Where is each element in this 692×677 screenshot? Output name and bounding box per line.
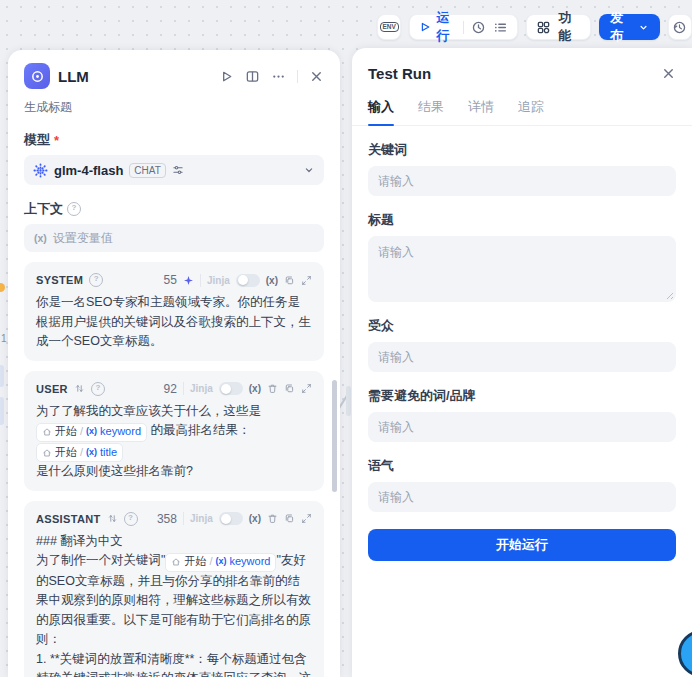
divider bbox=[200, 274, 201, 287]
field-label: 语气 bbox=[368, 457, 676, 475]
reorder-role-icon[interactable] bbox=[107, 513, 118, 524]
panel-resize-handle[interactable] bbox=[346, 386, 351, 416]
role-label: SYSTEM bbox=[36, 274, 83, 286]
home-icon bbox=[42, 427, 52, 437]
prompt-messages: SYSTEM? 55 Jinja (x) 你是一名SEO专家和主题领域专家。你的… bbox=[24, 262, 324, 677]
tab-详情[interactable]: 详情 bbox=[468, 98, 494, 125]
token-count: 55 bbox=[164, 273, 177, 287]
context-label: 上下文 ? bbox=[24, 200, 324, 218]
field-input[interactable] bbox=[368, 412, 676, 442]
message-text[interactable]: ### 翻译为中文为了制作一个对关键词"开始/(x)keyword"友好的SEO… bbox=[36, 532, 312, 677]
message-header: SYSTEM? 55 Jinja (x) bbox=[36, 269, 312, 291]
jinja-label: Jinja bbox=[190, 513, 213, 524]
help-icon: ? bbox=[91, 382, 105, 396]
field-control bbox=[368, 342, 676, 372]
expand-icon[interactable] bbox=[301, 275, 312, 286]
play-icon bbox=[419, 21, 431, 33]
token-count: 358 bbox=[157, 512, 177, 526]
run-button[interactable]: 运行 bbox=[419, 9, 456, 45]
run-node-icon[interactable] bbox=[219, 69, 234, 84]
copy-icon[interactable] bbox=[284, 513, 295, 524]
role-label: USER bbox=[36, 383, 68, 395]
divider bbox=[183, 512, 184, 525]
run-history-icon[interactable] bbox=[471, 20, 486, 35]
tab-追踪[interactable]: 追踪 bbox=[518, 98, 544, 125]
canvas-node-fragment bbox=[0, 365, 4, 387]
jinja-toggle[interactable] bbox=[219, 382, 243, 395]
toolbar: ENV 运行 功能 发布 bbox=[377, 14, 692, 40]
checklist-icon[interactable] bbox=[493, 20, 508, 35]
message-text[interactable]: 你是一名SEO专家和主题领域专家。你的任务是根据用户提供的关键词以及谷歌搜索的上… bbox=[36, 293, 312, 352]
variable-chip[interactable]: 开始/(x)keyword bbox=[36, 423, 147, 442]
llm-node-icon bbox=[24, 63, 50, 89]
chevron-down-icon bbox=[638, 22, 649, 33]
copy-icon[interactable] bbox=[284, 275, 295, 286]
field-input[interactable] bbox=[368, 482, 676, 512]
field-control bbox=[368, 166, 676, 196]
node-description: 生成标题 bbox=[24, 99, 324, 116]
context-variable-input[interactable]: (x) 设置变量值 bbox=[24, 224, 324, 252]
role-label: ASSISTANT bbox=[36, 513, 101, 525]
variable-insert-icon[interactable]: (x) bbox=[266, 275, 278, 286]
env-button[interactable]: ENV bbox=[377, 14, 401, 40]
field-input[interactable] bbox=[368, 166, 676, 196]
field-control bbox=[368, 482, 676, 512]
tab-bar: 输入结果详情追踪 bbox=[352, 98, 692, 126]
workflow-canvas: 1 ENV 运行 功能 bbox=[0, 0, 692, 677]
tab-结果[interactable]: 结果 bbox=[418, 98, 444, 125]
split-view-icon[interactable] bbox=[245, 69, 260, 84]
variable-insert-icon[interactable]: (x) bbox=[249, 383, 261, 394]
panel-actions bbox=[219, 69, 324, 84]
delete-message-icon[interactable] bbox=[267, 513, 278, 524]
field-textarea[interactable] bbox=[368, 236, 676, 302]
model-name: glm-4-flash bbox=[54, 163, 123, 178]
help-icon: ? bbox=[67, 202, 81, 216]
features-label: 功能 bbox=[558, 9, 581, 45]
publish-button[interactable]: 发布 bbox=[599, 14, 659, 40]
llm-panel-header: LLM bbox=[24, 63, 324, 89]
jinja-toggle[interactable] bbox=[236, 274, 260, 287]
field-label: 受众 bbox=[368, 317, 676, 335]
test-run-panel: Test Run 输入结果详情追踪 关键词标题受众需要避免的词/品牌语气 开始运… bbox=[352, 48, 692, 677]
generate-prompt-icon[interactable] bbox=[183, 275, 194, 286]
prompt-message-system[interactable]: SYSTEM? 55 Jinja (x) 你是一名SEO专家和主题领域专家。你的… bbox=[24, 262, 324, 361]
jinja-label: Jinja bbox=[207, 275, 230, 286]
model-selector[interactable]: glm-4-flash CHAT bbox=[24, 155, 324, 185]
delete-message-icon[interactable] bbox=[267, 383, 278, 394]
expand-icon[interactable] bbox=[301, 383, 312, 394]
scrollbar-thumb[interactable] bbox=[332, 380, 337, 492]
zhipu-logo-icon bbox=[33, 163, 48, 178]
canvas-node-fragment bbox=[0, 397, 4, 425]
prompt-message-user[interactable]: USER? 92 Jinja (x) 为了了解我的文章应该关于什么，这些是开始/… bbox=[24, 371, 324, 491]
variable-icon: (x) bbox=[34, 232, 47, 244]
history-button[interactable] bbox=[668, 14, 692, 40]
field-label: 标题 bbox=[368, 211, 676, 229]
divider bbox=[297, 70, 298, 83]
publish-label: 发布 bbox=[610, 9, 633, 45]
model-mode-badge: CHAT bbox=[129, 163, 165, 178]
variable-insert-icon[interactable]: (x) bbox=[249, 513, 261, 524]
copy-icon[interactable] bbox=[284, 383, 295, 394]
model-params-icon[interactable] bbox=[172, 164, 184, 176]
jinja-toggle[interactable] bbox=[219, 512, 243, 525]
tab-输入[interactable]: 输入 bbox=[368, 98, 394, 125]
model-label: 模型* bbox=[24, 131, 324, 149]
divider bbox=[183, 382, 184, 395]
message-text[interactable]: 为了了解我的文章应该关于什么，这些是开始/(x)keyword 的最高排名结果：… bbox=[36, 402, 312, 482]
field-control bbox=[368, 236, 676, 302]
expand-icon[interactable] bbox=[301, 513, 312, 524]
close-icon[interactable] bbox=[309, 69, 324, 84]
home-icon bbox=[171, 557, 181, 567]
features-button[interactable]: 功能 bbox=[526, 14, 591, 40]
token-count: 92 bbox=[164, 382, 177, 396]
blocks-icon bbox=[536, 20, 551, 35]
start-run-button[interactable]: 开始运行 bbox=[368, 529, 676, 561]
close-icon[interactable] bbox=[661, 66, 676, 81]
prompt-message-assistant[interactable]: ASSISTANT? 358 Jinja (x) ### 翻译为中文为了制作一个… bbox=[24, 501, 324, 677]
variable-chip[interactable]: 开始/(x)keyword bbox=[165, 553, 276, 572]
more-menu-icon[interactable] bbox=[271, 69, 286, 84]
variable-chip[interactable]: 开始/(x)title bbox=[36, 443, 123, 462]
reorder-role-icon[interactable] bbox=[74, 383, 85, 394]
field-input[interactable] bbox=[368, 342, 676, 372]
field-control bbox=[368, 412, 676, 442]
